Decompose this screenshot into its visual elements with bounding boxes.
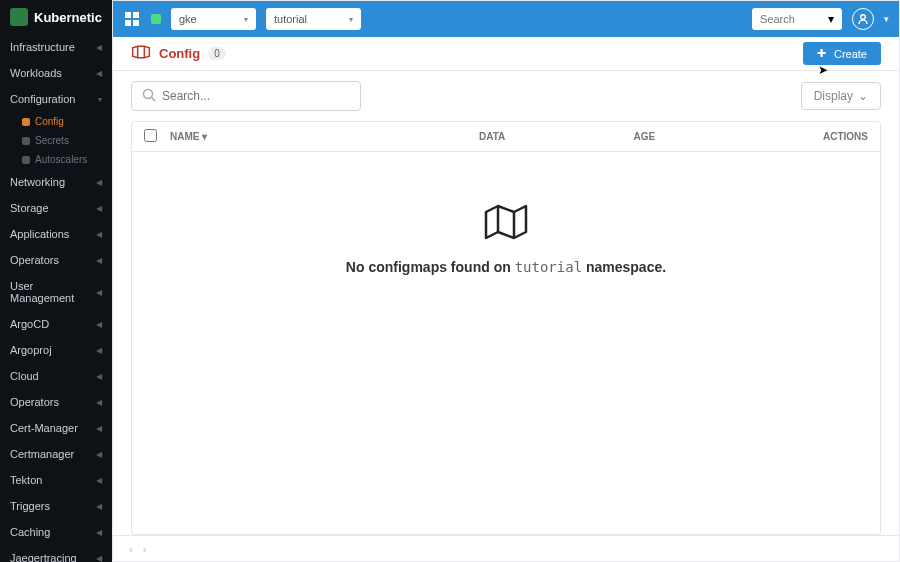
sidebar-item-cloud[interactable]: Cloud◀: [0, 363, 112, 389]
svg-point-5: [144, 89, 153, 98]
sidebar-item-jaegertracing[interactable]: Jaegertracing◀: [0, 545, 112, 562]
search-input[interactable]: [162, 89, 350, 103]
autoscaler-icon: [22, 156, 30, 164]
page-header: Config 0 ✚ Create: [113, 37, 899, 71]
column-name[interactable]: NAME ▾: [170, 131, 479, 142]
caret-left-icon: ◀: [96, 450, 102, 459]
caret-left-icon: ◀: [96, 554, 102, 563]
select-all-checkbox[interactable]: [144, 129, 157, 142]
empty-message: No configmaps found on tutorial namespac…: [346, 259, 666, 275]
sidebar-item-networking[interactable]: Networking◀: [0, 169, 112, 195]
sidebar-subitem-config[interactable]: Config: [0, 112, 112, 131]
pager: ‹ ›: [113, 535, 899, 561]
column-actions: ACTIONS: [788, 131, 868, 142]
sidebar-item-tekton[interactable]: Tekton◀: [0, 467, 112, 493]
sidebar: Kubernetic Infrastructure ◀ Workloads ◀ …: [0, 0, 112, 562]
search-field[interactable]: [131, 81, 361, 111]
caret-left-icon: ◀: [96, 69, 102, 78]
configmap-icon: [131, 44, 151, 63]
sidebar-subitem-secrets[interactable]: Secrets: [0, 131, 112, 150]
caret-left-icon: ◀: [96, 43, 102, 52]
sidebar-item-certmanager[interactable]: Cert-Manager◀: [0, 415, 112, 441]
search-icon: [142, 88, 156, 105]
caret-left-icon: ◀: [96, 424, 102, 433]
sidebar-item-operators2[interactable]: Operators◀: [0, 389, 112, 415]
status-dot-icon: [151, 14, 161, 24]
svg-line-6: [152, 97, 156, 101]
caret-left-icon: ◀: [96, 476, 102, 485]
column-data[interactable]: DATA: [479, 131, 634, 142]
display-button[interactable]: Display ⌄: [801, 82, 881, 110]
create-button[interactable]: ✚ Create: [803, 42, 881, 65]
caret-left-icon: ◀: [96, 346, 102, 355]
empty-map-icon: [482, 202, 530, 245]
sidebar-item-applications[interactable]: Applications◀: [0, 221, 112, 247]
svg-rect-2: [125, 20, 131, 26]
prev-page-icon[interactable]: ‹: [129, 543, 133, 555]
table: NAME ▾ DATA AGE ACTIONS No configmaps fo…: [131, 121, 881, 535]
sidebar-item-caching[interactable]: Caching◀: [0, 519, 112, 545]
sidebar-item-operators[interactable]: Operators◀: [0, 247, 112, 273]
global-search-input[interactable]: [760, 13, 820, 25]
caret-left-icon: ◀: [96, 502, 102, 511]
sidebar-item-storage[interactable]: Storage◀: [0, 195, 112, 221]
config-icon: [22, 118, 30, 126]
secret-icon: [22, 137, 30, 145]
chevron-down-icon: ▾: [349, 15, 353, 24]
caret-left-icon: ◀: [96, 230, 102, 239]
grid-icon[interactable]: [123, 10, 141, 28]
empty-state: No configmaps found on tutorial namespac…: [132, 152, 880, 534]
svg-rect-3: [133, 20, 139, 26]
svg-rect-1: [133, 12, 139, 18]
table-header: NAME ▾ DATA AGE ACTIONS: [132, 122, 880, 152]
page-title: Config: [159, 46, 200, 61]
sort-icon: ▾: [202, 131, 207, 142]
chevron-down-icon: ⌄: [858, 89, 868, 103]
caret-down-icon: ▾: [98, 95, 102, 104]
sidebar-item-certmanager2[interactable]: Certmanager◀: [0, 441, 112, 467]
caret-left-icon: ◀: [96, 320, 102, 329]
user-menu-caret-icon[interactable]: ▾: [884, 14, 889, 24]
caret-left-icon: ◀: [96, 372, 102, 381]
sidebar-item-workloads[interactable]: Workloads ◀: [0, 60, 112, 86]
sidebar-item-argoproj[interactable]: Argoproj◀: [0, 337, 112, 363]
sidebar-item-argocd[interactable]: ArgoCD◀: [0, 311, 112, 337]
column-age[interactable]: AGE: [634, 131, 789, 142]
leaf-icon: [10, 8, 28, 26]
sidebar-item-configuration[interactable]: Configuration ▾: [0, 86, 112, 112]
main-panel: gke ▾ tutorial ▾ ▾ ▾ Config: [112, 0, 900, 562]
sidebar-item-triggers[interactable]: Triggers◀: [0, 493, 112, 519]
sidebar-subitem-autoscalers[interactable]: Autoscalers: [0, 150, 112, 169]
sidebar-item-usermanagement[interactable]: User Management◀: [0, 273, 112, 311]
brand-text: Kubernetic: [34, 10, 102, 25]
chevron-down-icon: ▾: [828, 12, 834, 26]
cluster-select[interactable]: gke ▾: [171, 8, 256, 30]
caret-left-icon: ◀: [96, 398, 102, 407]
plus-icon: ✚: [817, 47, 826, 60]
global-search[interactable]: ▾: [752, 8, 842, 30]
next-page-icon[interactable]: ›: [143, 543, 147, 555]
topbar: gke ▾ tutorial ▾ ▾ ▾: [113, 1, 899, 37]
caret-left-icon: ◀: [96, 178, 102, 187]
svg-rect-0: [125, 12, 131, 18]
chevron-down-icon: ▾: [244, 15, 248, 24]
caret-left-icon: ◀: [96, 204, 102, 213]
caret-left-icon: ◀: [96, 256, 102, 265]
sidebar-item-infrastructure[interactable]: Infrastructure ◀: [0, 34, 112, 60]
toolbar: Display ⌄: [113, 71, 899, 121]
caret-left-icon: ◀: [96, 288, 102, 297]
caret-left-icon: ◀: [96, 528, 102, 537]
user-avatar-icon[interactable]: [852, 8, 874, 30]
count-badge: 0: [208, 47, 226, 60]
svg-point-4: [861, 15, 866, 20]
namespace-select[interactable]: tutorial ▾: [266, 8, 361, 30]
brand-logo[interactable]: Kubernetic: [0, 0, 112, 34]
